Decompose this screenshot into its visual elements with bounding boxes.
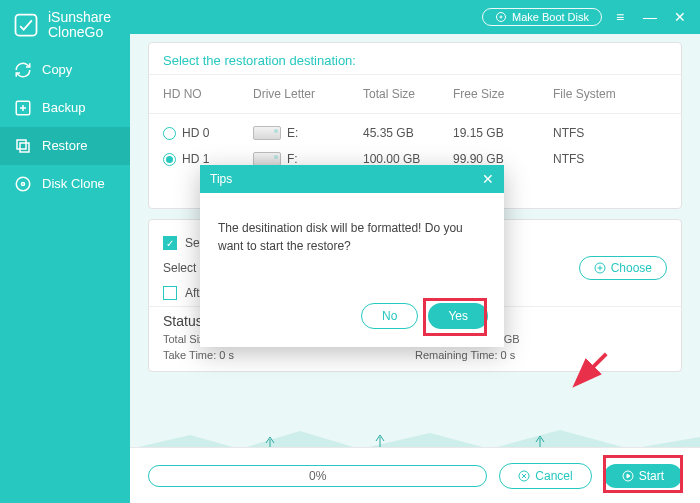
- table-header: HD NO Drive Letter Total Size Free Size …: [163, 81, 667, 107]
- svg-point-9: [500, 16, 502, 18]
- col-filesystem: File System: [553, 87, 633, 101]
- dialog-titlebar: Tips ✕: [200, 165, 504, 193]
- col-freesize: Free Size: [453, 87, 553, 101]
- sidebar-label-diskclone: Disk Clone: [42, 176, 105, 191]
- table-row[interactable]: HD 0 E: 45.35 GB 19.15 GB NTFS: [163, 120, 667, 146]
- sidebar-label-restore: Restore: [42, 138, 88, 153]
- no-button[interactable]: No: [361, 303, 418, 329]
- dialog-body: The desitination disk will be formatted!…: [200, 193, 504, 293]
- disk-icon: [14, 175, 32, 193]
- app-logo: iSunshare CloneGo: [0, 0, 130, 51]
- refresh-icon: [14, 61, 32, 79]
- col-driveletter: Drive Letter: [253, 87, 363, 101]
- tips-dialog: Tips ✕ The desitination disk will be for…: [200, 165, 504, 347]
- drive-icon: [253, 126, 281, 140]
- plus-box-icon: [14, 99, 32, 117]
- app-name-2: CloneGo: [48, 25, 111, 40]
- minimize-button[interactable]: —: [638, 5, 662, 29]
- sidebar-label-copy: Copy: [42, 62, 72, 77]
- logo-icon: [12, 11, 40, 39]
- disc-icon: [495, 11, 507, 23]
- svg-rect-4: [17, 140, 26, 149]
- svg-rect-5: [20, 143, 29, 152]
- x-circle-icon: [518, 470, 530, 482]
- svg-point-7: [22, 182, 25, 185]
- decor-hills: [130, 427, 700, 449]
- svg-point-6: [16, 177, 30, 191]
- boot-label: Make Boot Disk: [512, 11, 589, 23]
- yes-button[interactable]: Yes: [428, 303, 488, 329]
- sidebar-item-diskclone[interactable]: Disk Clone: [0, 165, 130, 203]
- svg-rect-0: [16, 15, 37, 36]
- radio-hd1[interactable]: [163, 153, 176, 166]
- menu-button[interactable]: ≡: [608, 5, 632, 29]
- dialog-title: Tips: [210, 172, 232, 186]
- start-button[interactable]: Start: [604, 464, 682, 488]
- plus-circle-icon: [594, 262, 606, 274]
- progress-label: 0%: [309, 469, 326, 483]
- play-circle-icon: [622, 470, 634, 482]
- status-take: Take Time: 0 s: [163, 349, 415, 361]
- progress-bar: 0%: [148, 465, 487, 487]
- checkbox-after[interactable]: [163, 286, 177, 300]
- choose-button[interactable]: Choose: [579, 256, 667, 280]
- footer: 0% Cancel Start: [130, 447, 700, 503]
- col-hdno: HD NO: [163, 87, 253, 101]
- sidebar-item-restore[interactable]: Restore: [0, 127, 130, 165]
- sidebar-item-backup[interactable]: Backup: [0, 89, 130, 127]
- app-name-1: iSunshare: [48, 10, 111, 25]
- col-totalsize: Total Size: [363, 87, 453, 101]
- status-remain: Remaining Time: 0 s: [415, 349, 667, 361]
- sidebar: iSunshare CloneGo Copy Backup Restore Di…: [0, 0, 130, 503]
- checkbox-set[interactable]: ✓: [163, 236, 177, 250]
- drive-icon: [253, 152, 281, 166]
- layers-icon: [14, 137, 32, 155]
- panel-title: Select the restoration destination:: [163, 53, 667, 68]
- close-button[interactable]: ✕: [668, 5, 692, 29]
- cancel-button[interactable]: Cancel: [499, 463, 591, 489]
- radio-hd0[interactable]: [163, 127, 176, 140]
- svg-marker-20: [627, 474, 630, 478]
- sidebar-label-backup: Backup: [42, 100, 85, 115]
- make-boot-disk-button[interactable]: Make Boot Disk: [482, 8, 602, 26]
- topbar: Make Boot Disk ≡ — ✕: [130, 0, 700, 34]
- dialog-close-button[interactable]: ✕: [482, 171, 494, 187]
- svg-point-8: [496, 13, 505, 22]
- sidebar-item-copy[interactable]: Copy: [0, 51, 130, 89]
